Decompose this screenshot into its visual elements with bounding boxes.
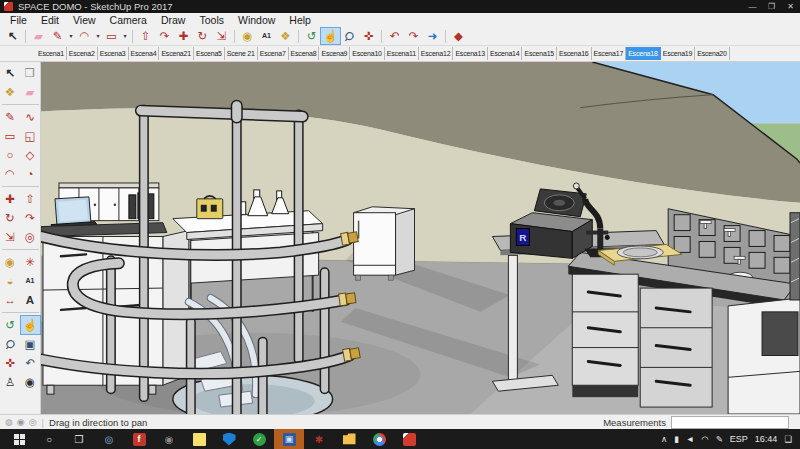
select-tool[interactable]: ↖ [1,64,20,82]
tab-escena15[interactable]: Escena15 [522,47,557,60]
circle-tool[interactable]: ○ [1,146,20,164]
wifi-icon[interactable]: ◠ [701,434,708,444]
extension-button[interactable]: ◆ [449,28,468,44]
chrome-button[interactable] [364,429,394,449]
move-tool[interactable]: ✚ [174,28,193,44]
language-indicator[interactable]: ESP [730,434,748,444]
taskbar-app-red-badge[interactable]: ✱ [304,429,334,449]
taskbar-app-green[interactable]: ✓ [244,429,274,449]
tab-escena13[interactable]: Escena13 [453,47,488,60]
minimize-button[interactable]: — [743,0,762,13]
taskbar-app-sticky-notes[interactable] [184,429,214,449]
tab-escena14[interactable]: Escena14 [488,47,523,60]
axes-tool[interactable]: ✳ [21,253,40,271]
tape-measure-tool[interactable]: ◉ [238,28,257,44]
viewport-3d[interactable]: R [41,62,800,414]
taskbar-app-eye[interactable]: ◉ [154,429,184,449]
start-button[interactable] [4,429,34,449]
cortana-button[interactable]: ○ [34,429,64,449]
tab-escena1[interactable]: Escena1 [36,47,67,60]
previous-view-button[interactable]: ↶ [385,28,404,44]
tab-escena16[interactable]: Escena16 [557,47,592,60]
follow-me-tool[interactable]: ↷ [21,209,40,227]
close-button[interactable]: ✕ [781,0,800,13]
tab-scene-21[interactable]: Scene 21 [225,47,258,60]
taskbar-app-clock[interactable]: ◎ [94,429,124,449]
rectangle-tool[interactable]: ▭ [1,127,20,145]
dimension-tool[interactable]: ↔ [1,291,20,309]
tray-chevron-icon[interactable]: ∧ [661,434,667,444]
rotate-tool[interactable]: ↻ [193,28,212,44]
walk-tool[interactable]: ♙ [1,373,20,391]
maximize-button[interactable]: ❐ [762,0,781,13]
tab-escena7[interactable]: Escena7 [258,47,289,60]
yellow-device[interactable] [197,196,223,219]
tab-escena3[interactable]: Escena3 [98,47,129,60]
scale-tool[interactable]: ⇲ [212,28,231,44]
tape-measure-tool[interactable]: ◉ [1,253,20,271]
line-tool[interactable]: ✎ [1,108,20,126]
rectangle-tool[interactable]: ▭ [102,28,121,44]
tab-escena5[interactable]: Escena5 [194,47,225,60]
text-tool[interactable]: A1 [257,28,276,44]
zoom-extents-tool[interactable]: ✜ [1,354,20,372]
tab-escena21[interactable]: Escena21 [159,47,194,60]
scale-tool[interactable]: ⇲ [1,228,20,246]
pen-icon[interactable]: ✎ [716,434,723,444]
line-tool[interactable]: ✎ [48,28,67,44]
previous-view-button[interactable]: ↶ [21,354,40,372]
taskbar-app-photos-active[interactable]: ▣ [274,429,304,449]
select-tool[interactable]: ↖ [3,28,22,44]
tab-escena19[interactable]: Escena19 [661,47,696,60]
clock-time[interactable]: 16:44 [755,434,778,444]
geolocation-icon[interactable]: ◍ [5,416,13,429]
push-pull-tool[interactable]: ⇧ [136,28,155,44]
paint-bucket-tool[interactable]: ❖ [1,83,20,101]
pan-tool[interactable]: ☝ [21,316,40,334]
rotate-tool[interactable]: ↻ [1,209,20,227]
tab-escena17[interactable]: Escena17 [592,47,627,60]
tab-escena8[interactable]: Escena8 [289,47,320,60]
tab-escena10[interactable]: Escena10 [350,47,385,60]
menu-tools[interactable]: Tools [192,13,231,27]
text-tool[interactable]: A1 [21,272,40,290]
rotated-rectangle-tool[interactable]: ◱ [21,127,40,145]
look-around-tool[interactable]: ◉ [21,373,40,391]
paint-bucket-tool[interactable]: ❖ [276,28,295,44]
menu-file[interactable]: File [3,13,34,27]
menu-draw[interactable]: Draw [154,13,193,27]
zoom-window-tool[interactable]: ▣ [21,335,40,353]
arc-tool-dropdown[interactable]: ▾ [94,28,102,44]
protractor-tool[interactable]: ◒ [1,272,20,290]
speaker-icon[interactable]: ◄ [686,434,694,444]
file-explorer-button[interactable] [334,429,364,449]
menu-camera[interactable]: Camera [103,13,154,27]
taskbar-app-f[interactable]: f [124,429,154,449]
tab-escena4[interactable]: Escena4 [129,47,160,60]
push-pull-tool[interactable]: ⇧ [21,190,40,208]
make-component-tool[interactable]: ❒ [21,64,40,82]
eraser-tool[interactable]: ▰ [21,83,40,101]
measurements-input[interactable] [671,416,789,429]
sketchup-taskbar-button[interactable] [394,429,424,449]
arc-tool[interactable]: ◠ [75,28,94,44]
menu-edit[interactable]: Edit [34,13,66,27]
tab-escena20[interactable]: Escena20 [695,47,730,60]
tab-escena2[interactable]: Escena2 [67,47,98,60]
menu-help[interactable]: Help [282,13,318,27]
next-view-button[interactable]: ↷ [404,28,423,44]
notifications-icon[interactable]: ❑ [784,434,792,444]
tab-escena12[interactable]: Escena12 [419,47,454,60]
menu-view[interactable]: View [66,13,103,27]
tab-escena11[interactable]: Escena11 [385,47,419,60]
3d-text-tool[interactable]: A [21,291,40,309]
freehand-tool[interactable]: ∿ [21,108,40,126]
tab-escena9[interactable]: Escena9 [319,47,350,60]
pie-tool[interactable]: ◔ [21,165,40,183]
orbit-tool[interactable]: ↺ [302,28,321,44]
offset-tool[interactable]: ◎ [21,228,40,246]
follow-me-tool[interactable]: ↷ [155,28,174,44]
arc-tool[interactable]: ◠ [1,165,20,183]
eraser-tool[interactable]: ▰ [29,28,48,44]
menu-window[interactable]: Window [231,13,282,27]
